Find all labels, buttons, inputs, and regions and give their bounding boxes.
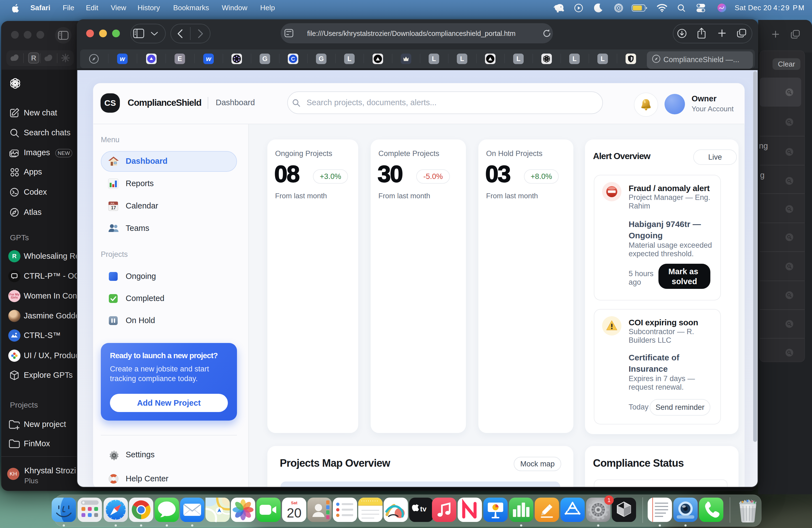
svg-text:20: 20 (287, 505, 301, 520)
svg-text:Sat: Sat (291, 500, 297, 505)
svg-text:17: 17 (111, 205, 116, 210)
svg-text:tv: tv (420, 505, 427, 513)
svg-text:JUL: JUL (110, 202, 115, 205)
